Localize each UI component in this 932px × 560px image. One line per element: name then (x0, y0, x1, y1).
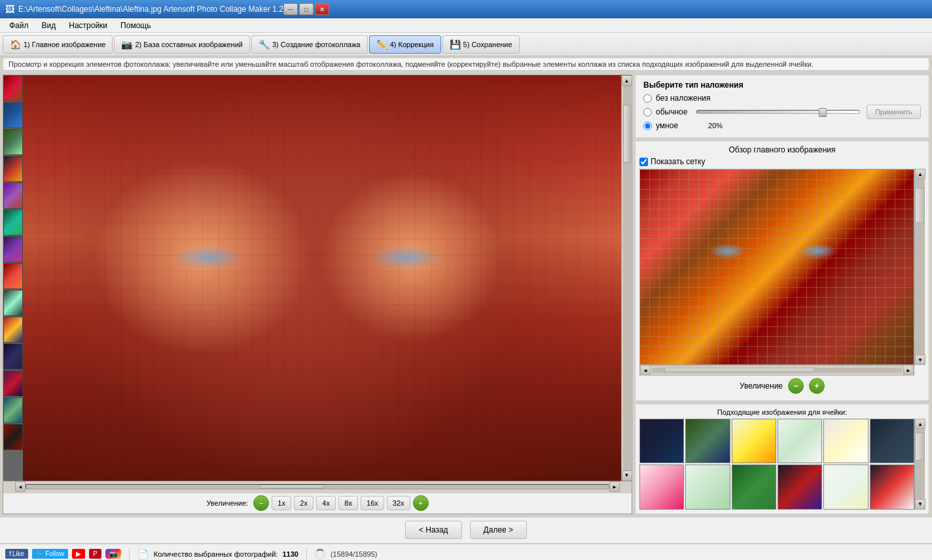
scroll-left-arrow[interactable]: ◄ (15, 481, 26, 492)
thumb-9[interactable] (732, 464, 776, 509)
overlay-title: Выберите тип наложения (643, 80, 921, 90)
zoom-2x-button[interactable]: 2x (294, 496, 314, 510)
scroll-up-arrow[interactable]: ▲ (622, 75, 632, 86)
toolbar-main-image[interactable]: 🏠 1) Главное изображение (3, 35, 113, 54)
thumb-scroll-down[interactable]: ▼ (915, 499, 925, 510)
strip-thumb-11[interactable] (3, 343, 23, 370)
zoom-4x-button[interactable]: 4x (316, 496, 336, 510)
toolbar-correction[interactable]: ✏️ 4) Коррекция (369, 35, 441, 54)
preview-scroll-down[interactable]: ▼ (915, 355, 925, 365)
preview-image[interactable] (639, 169, 914, 365)
next-button[interactable]: Далее > (470, 521, 528, 539)
preview-scroll-thumb (915, 188, 925, 223)
infobar: Просмотр и коррекция элементов фотоколла… (3, 58, 929, 71)
menu-settings[interactable]: Настройки (62, 20, 114, 31)
strip-thumb-14[interactable] (3, 424, 23, 450)
strip-thumb-13[interactable] (3, 397, 23, 423)
zoom-out-button[interactable]: − (253, 495, 269, 511)
overlay-slider[interactable] (696, 110, 860, 114)
percent-value: 20% (708, 122, 731, 130)
show-grid-checkbox[interactable] (639, 158, 648, 166)
zoom-1x-button[interactable]: 1x (272, 496, 291, 510)
toolbar-base-images[interactable]: 📷 2) База составных изображений (114, 35, 249, 54)
menu-help[interactable]: Помощь (114, 20, 157, 31)
strip-thumb-8[interactable] (3, 263, 23, 289)
preview-scroll-track[interactable] (915, 179, 925, 355)
thumb-8[interactable] (685, 464, 730, 509)
preview-h-scroll-right[interactable]: ► (903, 365, 914, 376)
strip-thumb-10[interactable] (3, 317, 23, 343)
strip-thumb-5[interactable] (3, 183, 23, 209)
scroll-down-arrow[interactable]: ▼ (622, 470, 632, 481)
thumb-3[interactable] (732, 419, 776, 463)
bottom-navigation: < Назад Далее > (0, 517, 932, 543)
preview-h-scroll-track[interactable] (652, 368, 902, 373)
strip-thumb-3[interactable] (3, 129, 23, 155)
h-scroll-thumb[interactable] (259, 485, 325, 489)
zoom-16x-button[interactable]: 16x (361, 496, 384, 510)
preview-h-scroll-left[interactable]: ◄ (640, 365, 651, 376)
toolbar-create-collage[interactable]: 🔧 3) Создание фотоколлажа (251, 35, 368, 54)
scroll-right-arrow[interactable]: ► (609, 481, 620, 492)
preview-h-scrollbar[interactable]: ◄ ► (639, 365, 914, 376)
facebook-icon: f (9, 550, 11, 557)
menu-view[interactable]: Вид (35, 20, 63, 31)
thumb-scroll-up[interactable]: ▲ (915, 419, 925, 429)
thumb-7[interactable] (639, 464, 684, 509)
preview-zoom-out-btn[interactable]: − (788, 378, 804, 394)
radio-smart[interactable] (643, 122, 652, 130)
pinterest-button[interactable]: P (89, 549, 101, 559)
scroll-track[interactable] (623, 86, 631, 470)
preview-zoom-in-btn[interactable]: + (809, 378, 825, 394)
titlebar: 🖼 E:\Artensoft\Collages\Aleftina\Aleftin… (0, 0, 932, 18)
close-button[interactable]: ✕ (315, 3, 329, 15)
zoom-8x-button[interactable]: 8x (338, 496, 358, 510)
radio-none[interactable] (643, 94, 652, 103)
thumb-10[interactable] (778, 464, 822, 509)
thumb-v-scrollbar[interactable]: ▲ ▼ (914, 419, 925, 510)
thumb-2[interactable] (685, 419, 730, 463)
maximize-button[interactable]: □ (299, 3, 314, 15)
collage-horizontal-scrollbar[interactable]: ◄ ► (3, 481, 632, 493)
apply-button[interactable]: Применить (867, 105, 921, 119)
strip-thumb-2[interactable] (3, 102, 23, 128)
strip-thumb-4[interactable] (3, 156, 23, 182)
preview-zoom-controls: Увеличение − + (639, 376, 925, 396)
zoom-32x-button[interactable]: 32x (387, 496, 410, 510)
radio-normal[interactable] (643, 108, 652, 116)
thumb-1[interactable] (639, 419, 684, 463)
collage-vertical-scrollbar[interactable]: ▲ ▼ (621, 75, 632, 481)
strip-thumb-7[interactable] (3, 236, 23, 262)
strip-thumb-6[interactable] (3, 209, 23, 236)
collage-main-view[interactable] (23, 75, 621, 481)
thumb-4[interactable] (778, 419, 822, 463)
toolbar-save[interactable]: 💾 5) Сохранение (442, 35, 520, 54)
thumb-6[interactable] (870, 419, 914, 463)
zoom-in-button[interactable]: + (413, 495, 429, 511)
instagram-button[interactable]: 📷 (105, 549, 121, 559)
preview-scroll-up[interactable]: ▲ (915, 169, 925, 179)
thumb-11[interactable] (823, 464, 868, 509)
camera-icon: 📷 (121, 39, 132, 50)
facebook-like-button[interactable]: f Like (5, 549, 28, 559)
mosaic-grid-overlay (23, 75, 621, 481)
preview-eye-left (709, 243, 747, 259)
menu-file[interactable]: Файл (3, 20, 35, 31)
preview-v-scrollbar[interactable]: ▲ ▼ (914, 169, 925, 365)
scroll-thumb[interactable] (623, 105, 631, 162)
thumb-5[interactable] (823, 419, 868, 463)
thumb-12[interactable] (870, 464, 914, 509)
main-layout: ▲ ▼ ◄ ► Увеличение: − 1x 2x 4x 8x 16x 32… (0, 72, 932, 517)
strip-thumb-1[interactable] (3, 75, 23, 101)
strip-thumb-12[interactable] (3, 370, 23, 396)
back-button[interactable]: < Назад (405, 521, 462, 539)
slider-thumb (819, 108, 827, 117)
thumb-scroll-track[interactable] (915, 429, 925, 499)
twitter-follow-button[interactable]: 🐦 Follow (32, 549, 68, 559)
social-buttons: f Like 🐦 Follow ▶ P 📷 (5, 549, 121, 559)
minimize-button[interactable]: ─ (283, 3, 298, 15)
strip-thumb-9[interactable] (3, 290, 23, 316)
youtube-button[interactable]: ▶ (72, 549, 85, 559)
h-scroll-track[interactable] (26, 484, 609, 489)
instagram-icon: 📷 (109, 550, 117, 557)
